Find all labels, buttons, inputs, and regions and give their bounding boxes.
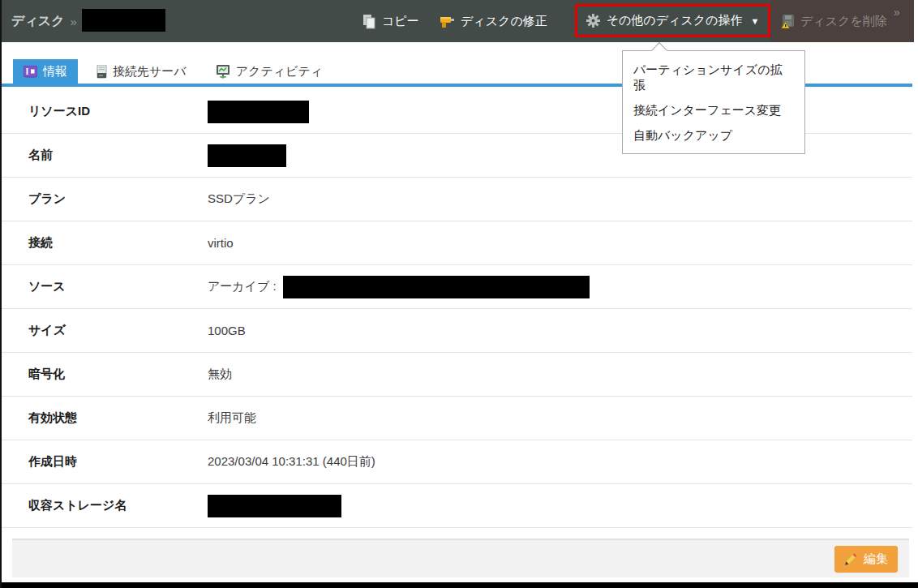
row-label: 有効状態 xyxy=(2,410,208,426)
row-value xyxy=(208,144,286,167)
redacted-value xyxy=(208,495,341,517)
redacted-value xyxy=(208,144,286,167)
dropdown-caret-icon: ▼ xyxy=(750,16,759,26)
row-value: 100GB xyxy=(208,324,246,337)
info-disk-icon xyxy=(24,66,37,78)
server-icon xyxy=(97,65,107,79)
copy-button[interactable]: コピー xyxy=(362,0,419,42)
row-value: SSDプラン xyxy=(208,191,270,207)
value-prefix: アーカイブ : xyxy=(208,279,277,294)
value-text: 2023/03/04 10:31:31 (440日前) xyxy=(208,454,375,470)
row-label: 接続 xyxy=(2,235,208,251)
table-row: 有効状態利用可能 xyxy=(2,397,912,440)
activity-monitor-icon xyxy=(216,65,230,79)
tab-connected-server[interactable]: 接続先サーバ xyxy=(86,59,197,84)
dropdown-pointer xyxy=(651,42,667,58)
menu-item-change-interface[interactable]: 接続インターフェース変更 xyxy=(623,97,804,122)
value-text: virtio xyxy=(208,236,234,250)
table-row: プランSSDプラン xyxy=(2,178,912,221)
redacted-disk-name xyxy=(82,9,165,32)
menu-item-expand-partition[interactable]: パーティションサイズの拡張 xyxy=(623,57,804,97)
table-row: 暗号化無効 xyxy=(2,353,912,397)
copy-icon xyxy=(362,14,376,29)
row-value xyxy=(208,495,341,517)
row-value xyxy=(208,101,309,123)
row-label: 名前 xyxy=(2,148,208,163)
row-label: 暗号化 xyxy=(2,367,208,382)
tab-bar: 情報 接続先サーバ xyxy=(13,59,333,84)
overflow-indicator-icon: » xyxy=(894,6,900,19)
edit-button-label: 編集 xyxy=(864,552,888,567)
table-row: ソースアーカイブ : xyxy=(2,265,912,309)
row-value: 2023/03/04 10:31:31 (440日前) xyxy=(208,454,375,470)
window-bottom-edge xyxy=(2,582,918,588)
table-row: 収容ストレージ名 xyxy=(2,484,912,528)
row-label: プラン xyxy=(2,191,208,207)
tab-activity-label: アクティビティ xyxy=(236,64,323,79)
table-row: サイズ100GB xyxy=(2,309,912,353)
table-row: 作成日時2023/03/04 10:31:31 (440日前) xyxy=(2,440,912,484)
row-label: ソース xyxy=(2,279,208,294)
value-text: 100GB xyxy=(208,324,246,337)
menu-item-auto-backup[interactable]: 自動バックアップ xyxy=(623,122,804,148)
edit-button[interactable]: 編集 xyxy=(834,546,898,573)
breadcrumb-separator: » xyxy=(71,15,77,28)
row-value: アーカイブ : xyxy=(208,276,590,298)
row-value: virtio xyxy=(208,236,234,250)
delete-disk-button: ディスクを削除 xyxy=(770,0,914,42)
disk-detail-page: ディスク » コピー ディスクの修正 xyxy=(0,0,918,588)
row-value: 無効 xyxy=(208,367,232,382)
gear-icon xyxy=(586,14,600,28)
info-table: リソースID名前プランSSDプラン接続virtioソースアーカイブ :サイズ10… xyxy=(2,90,912,528)
other-operations-dropdown: パーティションサイズの拡張 接続インターフェース変更 自動バックアップ xyxy=(622,50,805,154)
action-bar: ディスク » コピー ディスクの修正 xyxy=(2,0,912,42)
tab-activity[interactable]: アクティビティ xyxy=(205,59,333,84)
tab-connected-server-label: 接続先サーバ xyxy=(113,64,187,79)
row-label: 収容ストレージ名 xyxy=(2,498,208,513)
row-label: リソースID xyxy=(2,104,208,119)
tab-info-label: 情報 xyxy=(43,64,67,79)
copy-label: コピー xyxy=(382,14,419,29)
value-text: 利用可能 xyxy=(208,410,256,426)
pencil-icon xyxy=(844,552,858,566)
value-text: 無効 xyxy=(208,367,232,382)
other-disk-operations-label: その他のディスクの操作 xyxy=(607,13,743,28)
breadcrumb: ディスク » xyxy=(11,0,77,42)
redacted-value xyxy=(283,276,590,298)
breadcrumb-disk-label[interactable]: ディスク xyxy=(11,13,65,30)
row-value: 利用可能 xyxy=(208,410,256,426)
redacted-value xyxy=(208,101,309,123)
disk-repair-label: ディスクの修正 xyxy=(461,14,547,29)
tab-info[interactable]: 情報 xyxy=(13,59,78,84)
row-label: サイズ xyxy=(2,323,208,338)
drill-icon xyxy=(440,14,455,29)
table-row: 接続virtio xyxy=(2,221,912,265)
other-disk-operations-button[interactable]: その他のディスクの操作 ▼ xyxy=(575,4,770,37)
row-label: 作成日時 xyxy=(2,454,208,470)
value-text: SSDプラン xyxy=(208,191,270,207)
delete-disk-icon xyxy=(780,14,795,28)
delete-disk-label: ディスクを削除 xyxy=(800,14,887,29)
disk-repair-button[interactable]: ディスクの修正 xyxy=(440,0,547,42)
footer-bar: 編集 xyxy=(12,539,909,577)
